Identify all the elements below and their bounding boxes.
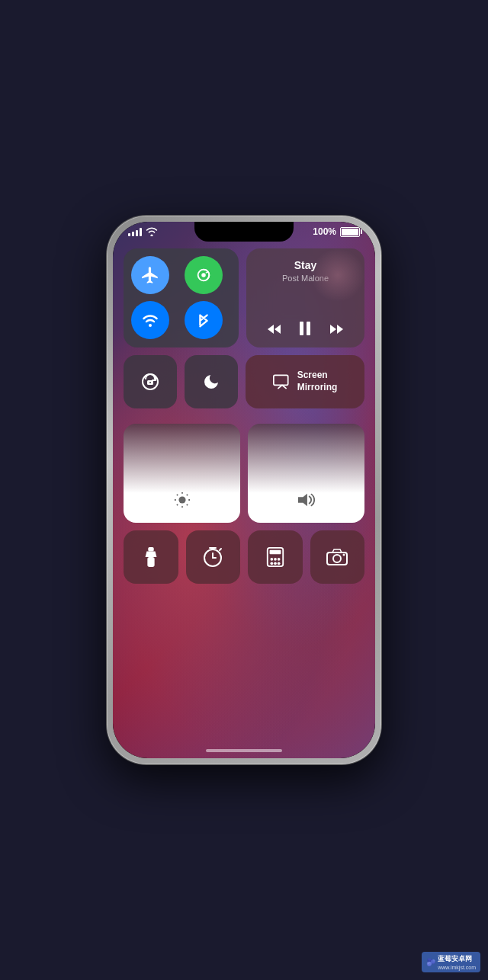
battery-icon <box>340 227 360 237</box>
now-playing-artist: Post Malone <box>257 274 354 283</box>
watermark-text: 蓝莓安卓网 www.lmkjst.com <box>438 954 476 970</box>
bottom-row <box>124 530 364 584</box>
svg-marker-8 <box>337 325 343 334</box>
do-not-disturb-button[interactable] <box>185 355 238 408</box>
battery-percent: 100% <box>313 226 336 237</box>
signal-area <box>128 227 158 236</box>
brightness-icon <box>174 492 191 512</box>
pause-button[interactable] <box>299 321 311 340</box>
calculator-icon <box>266 547 284 567</box>
svg-point-37 <box>274 562 277 565</box>
airplane-mode-button[interactable] <box>131 256 169 294</box>
svg-rect-32 <box>269 550 281 555</box>
svg-point-11 <box>149 382 151 383</box>
cellular-button[interactable] <box>185 256 223 294</box>
screen-mirroring-label: ScreenMirroring <box>297 370 338 393</box>
cellular-icon <box>195 267 212 283</box>
svg-rect-5 <box>300 322 303 335</box>
timer-button[interactable] <box>186 530 241 584</box>
svg-rect-6 <box>307 322 310 335</box>
camera-icon <box>326 549 348 565</box>
camera-button[interactable] <box>310 530 365 584</box>
timer-icon <box>203 547 223 567</box>
now-playing-panel[interactable]: Stay Post Malone <box>246 248 364 347</box>
phone-outer: 100% <box>107 216 381 764</box>
watermark: 🫐 蓝莓安卓网 www.lmkjst.com <box>422 952 480 972</box>
svg-rect-23 <box>148 547 153 552</box>
airplane-icon <box>140 265 160 285</box>
svg-point-2 <box>149 324 152 327</box>
top-row: Stay Post Malone <box>124 248 364 347</box>
home-indicator <box>206 749 282 752</box>
phone-inner: 100% <box>113 222 375 758</box>
svg-point-13 <box>178 496 185 503</box>
svg-point-35 <box>278 558 281 561</box>
screen-mirroring-button[interactable]: ScreenMirroring <box>246 355 364 408</box>
svg-line-17 <box>186 504 187 505</box>
volume-icon <box>297 492 316 512</box>
flashlight-button[interactable] <box>124 530 178 584</box>
battery-area: 100% <box>313 226 360 237</box>
svg-rect-25 <box>147 557 154 567</box>
orientation-lock-button[interactable] <box>124 355 177 408</box>
watermark-icon: 🫐 <box>426 958 435 966</box>
svg-point-34 <box>274 558 277 561</box>
brightness-slider[interactable] <box>124 424 240 523</box>
bluetooth-icon <box>197 311 210 329</box>
middle-row: ScreenMirroring <box>124 355 364 416</box>
bluetooth-button[interactable] <box>185 301 223 339</box>
orientation-lock-icon <box>140 371 161 392</box>
next-button[interactable] <box>329 322 345 339</box>
screen: 100% <box>113 222 375 758</box>
svg-point-36 <box>270 562 273 565</box>
previous-button[interactable] <box>266 322 281 339</box>
svg-marker-22 <box>297 494 307 507</box>
volume-slider[interactable] <box>248 424 364 523</box>
connectivity-panel[interactable] <box>124 248 239 347</box>
svg-rect-12 <box>274 375 288 385</box>
calculator-button[interactable] <box>248 530 303 584</box>
svg-line-20 <box>176 504 177 505</box>
svg-point-33 <box>270 558 273 561</box>
svg-point-1 <box>201 273 206 277</box>
media-controls <box>257 315 354 340</box>
control-center: Stay Post Malone <box>124 248 364 728</box>
svg-point-38 <box>278 562 281 565</box>
wifi-button[interactable] <box>131 301 169 339</box>
wifi-status-icon <box>146 227 158 236</box>
svg-point-40 <box>333 555 341 562</box>
svg-marker-24 <box>145 552 156 557</box>
sliders-row <box>124 424 364 523</box>
svg-marker-7 <box>330 325 336 334</box>
svg-line-30 <box>220 549 221 550</box>
wifi-control-icon <box>141 312 159 328</box>
flashlight-icon <box>143 547 159 567</box>
notch <box>194 222 294 242</box>
svg-line-21 <box>186 495 187 495</box>
svg-point-41 <box>343 554 345 556</box>
screen-mirroring-icon <box>273 374 291 389</box>
moon-icon <box>202 373 220 391</box>
signal-bars-icon <box>128 227 142 236</box>
now-playing-song: Stay <box>257 259 354 272</box>
svg-marker-3 <box>268 325 274 334</box>
battery-fill <box>342 229 358 235</box>
svg-marker-4 <box>274 325 281 334</box>
svg-line-16 <box>176 495 177 495</box>
